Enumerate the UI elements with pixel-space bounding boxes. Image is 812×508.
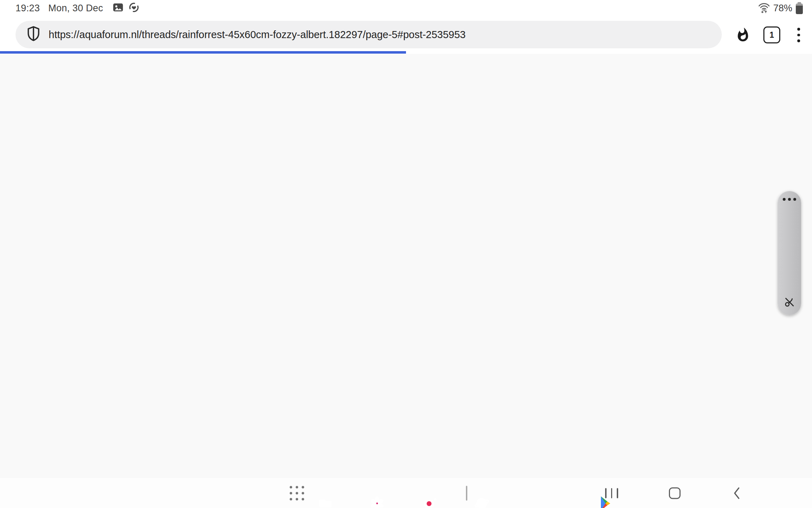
photo-notification-icon xyxy=(113,3,123,13)
back-nav-button[interactable] xyxy=(732,486,742,501)
wifi-icon xyxy=(758,2,770,15)
browser-toolbar: https://aquaforum.nl/threads/rainforrest… xyxy=(0,21,812,49)
kebab-menu-icon[interactable] xyxy=(797,28,800,42)
tablet-screen: 19:23 Mon, 30 Dec xyxy=(0,0,812,508)
recents-nav-button[interactable] xyxy=(605,488,618,498)
date-text: Mon, 30 Dec xyxy=(48,3,103,14)
url-text[interactable]: https://aquaforum.nl/threads/rainforrest… xyxy=(49,29,466,41)
status-bar-left: 19:23 Mon, 30 Dec xyxy=(16,2,139,14)
page-load-progress-fill xyxy=(0,51,406,54)
webpage-content-area[interactable] xyxy=(0,54,812,478)
taskbar-divider xyxy=(466,486,467,501)
taskbar: prime video xyxy=(0,478,812,508)
flame-icon[interactable] xyxy=(735,27,751,43)
privacy-shield-icon[interactable] xyxy=(26,26,41,43)
tab-count-text: 1 xyxy=(770,30,774,40)
app-drawer-icon[interactable] xyxy=(290,486,304,500)
spen-side-toolbar[interactable] xyxy=(778,191,801,315)
health-sync-notification-icon xyxy=(129,2,139,14)
clock-text: 19:23 xyxy=(16,3,40,14)
more-dots-icon[interactable] xyxy=(783,198,796,201)
spen-disabled-icon[interactable] xyxy=(783,296,795,309)
page-load-progress-track xyxy=(0,49,812,54)
battery-percent-text: 78% xyxy=(773,3,792,14)
home-nav-button[interactable] xyxy=(669,487,681,499)
notification-icons xyxy=(113,2,139,14)
tab-counter-button[interactable]: 1 xyxy=(763,26,780,43)
status-bar-right: 78% xyxy=(758,2,803,15)
url-bar[interactable]: https://aquaforum.nl/threads/rainforrest… xyxy=(16,21,722,48)
status-bar: 19:23 Mon, 30 Dec xyxy=(0,0,812,16)
battery-icon xyxy=(796,2,803,14)
